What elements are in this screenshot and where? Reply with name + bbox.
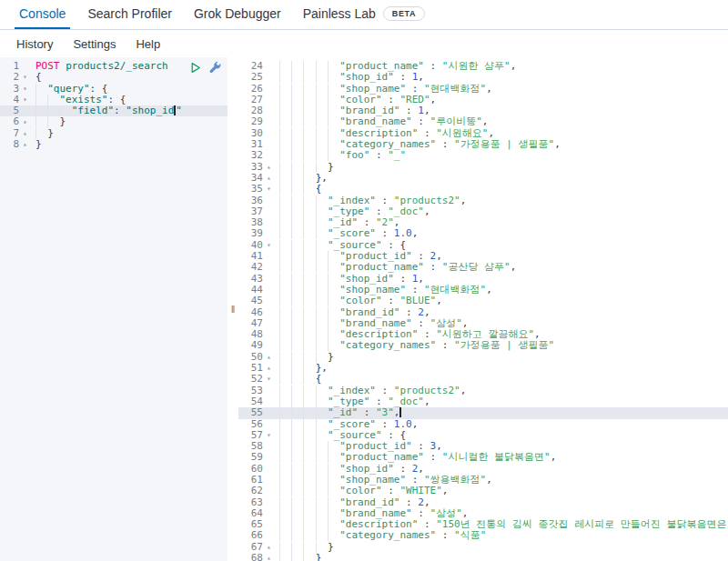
token-lk: "field": [72, 105, 114, 116]
code-line-49[interactable]: 49"category_names" : "가정용품 | 생필품": [238, 340, 728, 351]
fold-toggle-icon[interactable]: ▴: [263, 352, 275, 363]
fold-toggle-icon[interactable]: ▴: [263, 162, 275, 173]
tab-painless-lab[interactable]: Painless Lab BETA: [298, 0, 430, 29]
fold-spacer: [263, 150, 275, 161]
token-p: :: [376, 195, 394, 206]
fold-spacer: [263, 61, 275, 72]
code-text: "category_names" : "가정용품 | 생필품",: [275, 139, 561, 150]
code-line-53[interactable]: 53"_index" : "products2",: [238, 386, 728, 396]
token-k: "brand_id": [339, 496, 399, 508]
indent-guides: [35, 84, 47, 95]
panel-resizer[interactable]: ‖: [228, 57, 238, 561]
fold-toggle-icon[interactable]: ▴: [263, 363, 275, 374]
code-line-40[interactable]: 40▾"_source" : {: [238, 240, 728, 251]
token-p: :: [399, 105, 418, 116]
send-request-icon[interactable]: [188, 61, 202, 75]
code-line-42[interactable]: 42"product_name" : "공산당 샴푸",: [238, 262, 728, 273]
code-line-36[interactable]: 36"_index" : "products2",: [238, 195, 728, 206]
indent-guides: [35, 128, 47, 139]
fold-toggle-icon[interactable]: ▾: [263, 240, 275, 251]
code-line-35[interactable]: 35▾{: [238, 184, 728, 195]
indent-guides: [279, 84, 339, 95]
code-text: }: [31, 139, 42, 150]
gutter-cell: 49: [238, 340, 275, 351]
code-line-7[interactable]: 7▴}: [0, 128, 228, 139]
code-line-50[interactable]: 50▴}: [238, 352, 728, 363]
code-line-66[interactable]: 66"category_names" : "식품": [238, 530, 728, 541]
indent-guides: [279, 396, 328, 407]
code-line-56[interactable]: 56"_score" : 1.0,: [238, 419, 728, 430]
token-p: }: [47, 127, 54, 139]
menu-item-help[interactable]: Help: [130, 34, 166, 55]
fold-toggle-icon[interactable]: ▾: [263, 374, 275, 385]
response-pane[interactable]: 24"product_name" : "시원한 샴푸",25"shop_id" …: [238, 57, 728, 561]
fold-toggle-icon[interactable]: ▴: [263, 542, 275, 553]
tab-grok-debugger[interactable]: Grok Debugger: [189, 0, 286, 29]
code-line-45[interactable]: 45"color" : "BLUE",: [238, 296, 728, 306]
token-p: :: [424, 261, 442, 273]
code-line-59[interactable]: 59"product_name" : "시니컬한 불닭볶음면",: [238, 452, 728, 463]
menu-item-settings[interactable]: Settings: [67, 34, 121, 55]
indent-guides: [279, 508, 339, 519]
code-line-31[interactable]: 31"category_names" : "가정용품 | 생필품",: [238, 139, 728, 150]
request-actions: [188, 61, 222, 75]
token-k: "category_names": [339, 339, 436, 351]
code-line-51[interactable]: 51▴},: [238, 363, 728, 374]
indent-guides: [279, 251, 339, 262]
code-line-37[interactable]: 37"_type" : "_doc",: [238, 206, 728, 217]
indent-guides: [279, 452, 339, 463]
wrench-icon[interactable]: [208, 61, 222, 75]
fold-toggle-icon[interactable]: ▴: [19, 139, 31, 150]
code-line-57[interactable]: 57▾"_source" : {: [238, 430, 728, 441]
code-line-5[interactable]: 5"field": "shop_id": [0, 105, 228, 116]
tab-console[interactable]: Console: [15, 0, 70, 29]
tab-search-profiler[interactable]: Search Profiler: [83, 0, 177, 29]
fold-toggle-icon[interactable]: ▾: [263, 430, 275, 441]
code-line-6[interactable]: 6▴}: [0, 116, 228, 127]
request-editor-pane[interactable]: 1POST products2/_search2▾{3▾"query": {4▾…: [0, 57, 228, 561]
code-text: "field": "shop_id": [31, 105, 182, 116]
code-line-38[interactable]: 38"_id" : "2",: [238, 217, 728, 228]
gutter-cell: 36: [238, 195, 275, 206]
gutter-cell: 25: [238, 72, 275, 83]
fold-toggle-icon[interactable]: ▴: [19, 116, 31, 127]
fold-toggle-icon[interactable]: ▾: [19, 95, 31, 105]
code-line-24[interactable]: 24"product_name" : "시원한 샴푸",: [238, 61, 728, 72]
code-line-61[interactable]: 61"shop_name" : "쌍용백화점",: [238, 475, 728, 486]
code-line-67[interactable]: 67▴}: [238, 542, 728, 553]
indent-guides: [279, 296, 339, 306]
code-line-32[interactable]: 32"foo" : "_": [238, 150, 728, 161]
code-line-54[interactable]: 54"_type" : "_doc",: [238, 396, 728, 407]
code-line-44[interactable]: 44"shop_name" : "현대백화점",: [238, 285, 728, 296]
fold-toggle-icon[interactable]: ▴: [19, 128, 31, 139]
indent-guides: [35, 105, 72, 116]
tab-console-label: Console: [19, 6, 66, 21]
code-line-39[interactable]: 39"_score" : 1.0,: [238, 228, 728, 239]
code-line-27[interactable]: 27"color" : "RED",: [238, 95, 728, 105]
code-line-33[interactable]: 33▴}: [238, 162, 728, 173]
code-line-46[interactable]: 46"brand_id" : 2,: [238, 307, 728, 318]
fold-toggle-icon[interactable]: ▾: [19, 72, 31, 83]
fold-toggle-icon[interactable]: ▴: [263, 553, 275, 561]
token-p: :: [114, 105, 126, 116]
fold-toggle-icon[interactable]: ▴: [263, 173, 275, 184]
code-line-55[interactable]: 55"_id" : "3",: [238, 407, 728, 418]
code-line-63[interactable]: 63"brand_id" : 2,: [238, 497, 728, 508]
token-p: :: [369, 149, 388, 161]
fold-toggle-icon[interactable]: ▾: [263, 184, 275, 195]
code-text: }: [275, 542, 334, 553]
code-line-62[interactable]: 62"color" : "WHITE",: [238, 486, 728, 496]
indent-guides: [279, 262, 339, 273]
menu-item-history[interactable]: History: [11, 34, 58, 55]
code-line-52[interactable]: 52▾{: [238, 374, 728, 385]
code-line-34[interactable]: 34▴},: [238, 173, 728, 184]
tab-painless-lab-label: Painless Lab: [303, 6, 376, 21]
code-line-26[interactable]: 26"shop_name" : "현대백화점",: [238, 84, 728, 95]
code-line-8[interactable]: 8▴}: [0, 139, 228, 150]
fold-toggle-icon[interactable]: ▾: [19, 84, 31, 95]
indent-guides: [279, 139, 339, 150]
token-k: "shop_name": [339, 474, 406, 486]
token-p: ,: [488, 127, 494, 139]
code-line-68[interactable]: 68▴}: [238, 553, 728, 561]
token-p: :: [418, 328, 436, 340]
